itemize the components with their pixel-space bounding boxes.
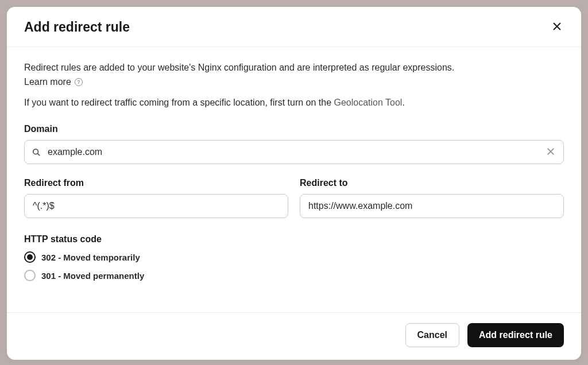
clear-domain-button[interactable]: [544, 145, 557, 160]
redirect-to-input[interactable]: [300, 194, 564, 218]
close-button[interactable]: [550, 20, 564, 35]
http-status-group: HTTP status code 302 - Moved temporarily…: [24, 234, 564, 281]
http-status-label: HTTP status code: [24, 234, 564, 244]
radio-dot-icon: [27, 254, 33, 260]
learn-more-link[interactable]: Learn more: [24, 77, 71, 87]
radio-option-301[interactable]: 301 - Moved permanently: [24, 270, 564, 281]
radio-label-301: 301 - Moved permanently: [41, 271, 144, 281]
help-icon: ?: [75, 78, 83, 86]
radio-label-302: 302 - Moved temporarily: [41, 253, 140, 262]
redirect-to-group: Redirect to: [300, 178, 564, 218]
modal-header: Add redirect rule: [7, 7, 581, 47]
redirect-from-group: Redirect from: [24, 178, 288, 218]
modal-footer: Cancel Add redirect rule: [7, 312, 581, 360]
domain-input-wrapper: [24, 140, 564, 164]
radio-option-302[interactable]: 302 - Moved temporarily: [24, 251, 564, 263]
geolocation-tool-link[interactable]: Geolocation Tool: [334, 98, 403, 107]
geolocation-prefix: If you want to redirect traffic coming f…: [24, 98, 334, 107]
clear-icon: [547, 147, 555, 157]
add-redirect-rule-button[interactable]: Add redirect rule: [467, 323, 564, 347]
modal-title: Add redirect rule: [24, 20, 130, 35]
redirect-to-label: Redirect to: [300, 178, 564, 188]
radio-circle-selected-icon: [24, 251, 36, 263]
cancel-button[interactable]: Cancel: [405, 323, 459, 347]
radio-group: 302 - Moved temporarily 301 - Moved perm…: [24, 251, 564, 281]
modal-body: Redirect rules are added to your website…: [7, 47, 581, 312]
redirect-row: Redirect from Redirect to: [24, 178, 564, 218]
add-redirect-rule-modal: Add redirect rule Redirect rules are add…: [7, 7, 581, 360]
domain-group: Domain: [24, 124, 564, 164]
close-icon: [552, 22, 562, 33]
domain-label: Domain: [24, 124, 564, 134]
learn-more-row: Learn more ?: [24, 77, 564, 87]
geolocation-text: If you want to redirect traffic coming f…: [24, 98, 564, 108]
domain-input[interactable]: [24, 140, 564, 164]
redirect-from-input[interactable]: [24, 194, 288, 218]
radio-circle-unselected-icon: [24, 270, 36, 281]
description-text: Redirect rules are added to your website…: [24, 61, 564, 75]
redirect-from-label: Redirect from: [24, 178, 288, 188]
geolocation-suffix: .: [402, 98, 404, 107]
